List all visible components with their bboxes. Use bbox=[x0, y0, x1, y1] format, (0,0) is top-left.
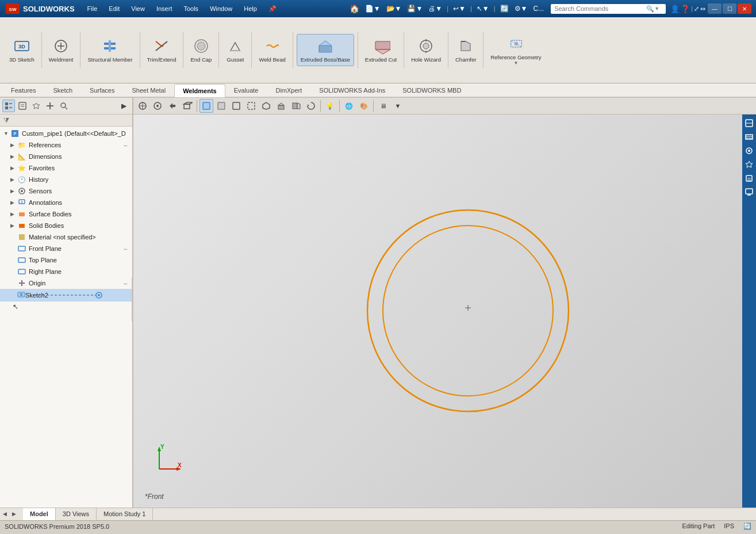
tab-surfaces[interactable]: Surfaces bbox=[81, 83, 123, 97]
right-hide-show-btn[interactable] bbox=[743, 144, 755, 157]
tree-item-surface-bodies[interactable]: ▶ Surface Bodies bbox=[0, 208, 132, 220]
menu-pin[interactable]: 📌 bbox=[263, 3, 282, 15]
expand-icon[interactable]: ⤢ bbox=[694, 5, 699, 13]
toolbar-new-icon[interactable]: 📄▼ bbox=[363, 3, 383, 14]
tree-item-material[interactable]: Material <not specified> bbox=[0, 231, 132, 243]
wireframe-btn[interactable] bbox=[229, 99, 243, 113]
shaded-btn[interactable] bbox=[214, 99, 228, 113]
weldment-button[interactable]: Weldment bbox=[45, 35, 77, 65]
search-input[interactable] bbox=[554, 5, 646, 12]
view-prev-btn[interactable] bbox=[166, 99, 179, 113]
appearance-btn[interactable]: 🌐 bbox=[342, 99, 356, 113]
close-button[interactable]: ✕ bbox=[738, 3, 751, 14]
solid-bodies-expand-icon[interactable]: ▶ bbox=[10, 223, 17, 228]
display-more-btn[interactable]: ▼ bbox=[391, 99, 405, 113]
lighting-btn[interactable]: 💡 bbox=[323, 99, 337, 113]
nav-next-btn[interactable]: ▶ bbox=[9, 508, 18, 520]
toolbar-cursor-icon[interactable]: ↖▼ bbox=[474, 3, 492, 14]
search-dropdown-icon[interactable]: ▼ bbox=[654, 6, 659, 12]
toolbar-rebuild-icon[interactable]: 🔄 bbox=[498, 3, 511, 14]
display-settings-btn[interactable]: 🖥 bbox=[376, 99, 390, 113]
tab-dimxpert[interactable]: DimXpert bbox=[267, 83, 310, 97]
weld-bead-button[interactable]: Weld Bead bbox=[255, 35, 289, 65]
panel-search-btn[interactable] bbox=[57, 100, 70, 112]
tree-item-solid-bodies[interactable]: ▶ Solid Bodies bbox=[0, 220, 132, 231]
reference-geometry-button[interactable]: Reference Geometry ▼ bbox=[487, 32, 544, 68]
tab-weldments[interactable]: Weldments bbox=[174, 84, 225, 97]
box-right-btn[interactable] bbox=[289, 99, 303, 113]
root-expand-icon[interactable]: ▼ bbox=[3, 131, 10, 136]
toolbar-home-icon[interactable]: 🏠 bbox=[347, 3, 362, 14]
help-icon[interactable]: ❓ bbox=[681, 5, 690, 13]
menu-window[interactable]: Window bbox=[204, 3, 238, 15]
view-all-btn[interactable] bbox=[151, 99, 164, 113]
panel-feature-tree-btn[interactable] bbox=[2, 100, 15, 112]
tree-item-top-plane[interactable]: Top Plane bbox=[0, 254, 132, 266]
gusset-button[interactable]: Gusset bbox=[222, 35, 248, 65]
tree-item-references[interactable]: ▶ 📁 References ← bbox=[0, 139, 132, 151]
panel-property-btn[interactable] bbox=[16, 100, 29, 112]
extruded-boss-button[interactable]: Extruded Boss/Base bbox=[297, 34, 354, 66]
view-orient-btn[interactable] bbox=[136, 99, 149, 113]
bottom-tab-3d-views[interactable]: 3D Views bbox=[56, 508, 97, 520]
maximize-button[interactable]: ☐ bbox=[723, 3, 736, 14]
tree-item-front-plane[interactable]: Front Plane ← bbox=[0, 243, 132, 254]
panel-add-btn[interactable] bbox=[44, 100, 56, 112]
trim-extend-button[interactable]: Trim/Extend bbox=[144, 35, 180, 65]
tree-item-annotations[interactable]: ▶ A Annotations bbox=[0, 197, 132, 208]
tab-sketch[interactable]: Sketch bbox=[44, 83, 81, 97]
sensors-expand-icon[interactable]: ▶ bbox=[10, 188, 17, 194]
minimize-button[interactable]: — bbox=[708, 3, 722, 14]
tab-evaluate[interactable]: Evaluate bbox=[225, 83, 267, 97]
toolbar-save-icon[interactable]: 💾▼ bbox=[405, 3, 425, 14]
annotations-expand-icon[interactable]: ▶ bbox=[10, 200, 17, 205]
tree-item-origin[interactable]: Origin ← bbox=[0, 277, 132, 289]
panel-config-btn[interactable] bbox=[30, 100, 43, 112]
dimensions-expand-icon[interactable]: ▶ bbox=[10, 154, 17, 159]
scene-btn[interactable]: 🎨 bbox=[357, 99, 371, 113]
extruded-cut-button[interactable]: Extruded Cut bbox=[362, 35, 400, 65]
search-box[interactable]: 🔍 ▼ bbox=[551, 4, 666, 14]
hidden-lines-btn[interactable] bbox=[244, 99, 258, 113]
bottom-tab-motion-study[interactable]: Motion Study 1 bbox=[97, 508, 153, 520]
surface-bodies-expand-icon[interactable]: ▶ bbox=[10, 211, 17, 217]
favorites-expand-icon[interactable]: ▶ bbox=[10, 165, 17, 171]
chamfer-button[interactable]: Chamfer bbox=[452, 35, 479, 65]
tab-solidworks-addins[interactable]: SOLIDWORKS Add-Ins bbox=[310, 83, 394, 97]
menu-help[interactable]: Help bbox=[238, 3, 263, 15]
end-cap-button[interactable]: End Cap bbox=[187, 35, 215, 65]
tree-item-right-plane[interactable]: Right Plane bbox=[0, 266, 132, 277]
right-annotation-btn[interactable] bbox=[743, 186, 755, 199]
right-view-setting-btn[interactable] bbox=[743, 158, 755, 171]
menu-file[interactable]: File bbox=[82, 3, 103, 15]
structural-member-button[interactable]: Structural Member bbox=[84, 35, 136, 65]
swap-icon[interactable]: ⇔ bbox=[700, 5, 705, 13]
right-display-btn[interactable] bbox=[743, 131, 755, 143]
tab-solidworks-mbd[interactable]: SOLIDWORKS MBD bbox=[394, 83, 470, 97]
bottom-tab-model[interactable]: Model bbox=[23, 508, 56, 520]
shaded-edges-btn[interactable] bbox=[199, 99, 213, 113]
menu-tools[interactable]: Tools bbox=[178, 3, 204, 15]
toolbar-undo-icon[interactable]: ↩▼ bbox=[451, 3, 468, 14]
toolbar-more-icon[interactable]: C... bbox=[531, 3, 546, 14]
history-expand-icon[interactable]: ▶ bbox=[10, 177, 17, 182]
menu-insert[interactable]: Insert bbox=[151, 3, 178, 15]
view-3d-btn[interactable] bbox=[181, 99, 194, 113]
panel-expand-btn[interactable]: ▶ bbox=[117, 100, 130, 112]
tab-sheet-metal[interactable]: Sheet Metal bbox=[123, 83, 174, 97]
toolbar-open-icon[interactable]: 📂▼ bbox=[384, 3, 404, 14]
right-markup-btn[interactable] bbox=[743, 172, 755, 185]
toolbar-print-icon[interactable]: 🖨▼ bbox=[426, 3, 444, 14]
rotate-btn[interactable] bbox=[304, 99, 318, 113]
references-expand-icon[interactable]: ▶ bbox=[10, 142, 17, 148]
reference-geometry-dropdown[interactable]: ▼ bbox=[514, 60, 519, 66]
tree-item-favorites[interactable]: ▶ ⭐ Favorites bbox=[0, 162, 132, 174]
tree-root[interactable]: ▼ P Custom_pipe1 (Default<<Default>_D bbox=[0, 128, 132, 139]
box-isometric-btn[interactable] bbox=[274, 99, 288, 113]
tree-item-history[interactable]: ▶ 🕐 History bbox=[0, 174, 132, 185]
toolbar-settings-icon[interactable]: ⚙▼ bbox=[512, 3, 530, 14]
hole-wizard-button[interactable]: Hole Wizard bbox=[408, 35, 444, 65]
right-view-orient-btn[interactable] bbox=[743, 117, 755, 129]
tab-features[interactable]: Features bbox=[2, 83, 44, 97]
box-top-btn[interactable] bbox=[259, 99, 273, 113]
